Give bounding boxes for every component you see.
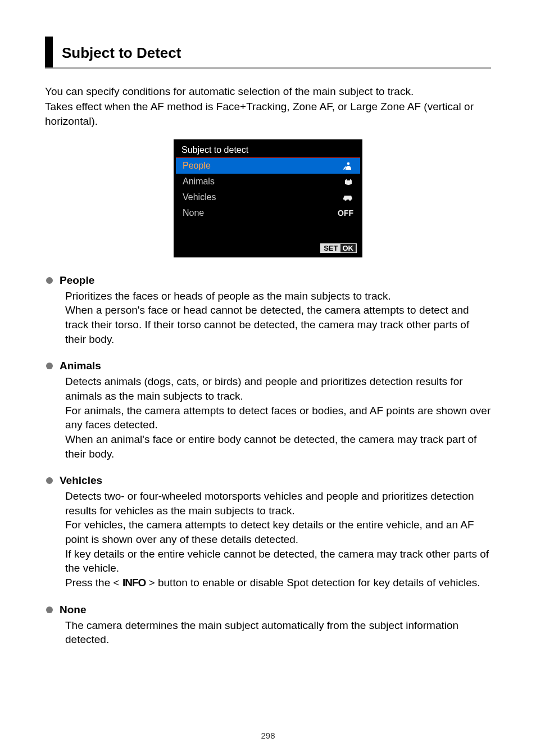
page-heading: Subject to Detect — [45, 37, 491, 69]
section-title: Animals — [60, 360, 101, 372]
menu-item-animals[interactable]: Animals — [176, 174, 360, 189]
camera-menu-list: People Animals Vehicle — [176, 158, 360, 241]
body-pre: Detects two- or four-wheeled motorsports… — [65, 490, 489, 588]
intro-text: You can specify conditions for automatic… — [45, 84, 491, 129]
menu-item-none[interactable]: None OFF — [176, 205, 360, 221]
bullet-icon — [46, 363, 53, 369]
menu-item-people[interactable]: People — [176, 158, 360, 174]
section-body: Detects two- or four-wheeled motorsports… — [65, 489, 491, 590]
sections: People Prioritizes the faces or heads of… — [45, 274, 491, 647]
section-animals: Animals Detects animals (dogs, cats, or … — [45, 360, 491, 461]
animal-icon — [343, 177, 353, 186]
camera-screenshot: Subject to detect People Animals — [174, 139, 362, 257]
set-label: SET — [324, 244, 338, 252]
section-head: People — [45, 274, 491, 287]
section-body: Prioritizes the faces or heads of people… — [65, 289, 491, 347]
page-number: 298 — [0, 731, 536, 740]
section-vehicles: Vehicles Detects two- or four-wheeled mo… — [45, 474, 491, 590]
section-title: Vehicles — [60, 474, 102, 487]
section-body: Detects animals (dogs, cats, or birds) a… — [65, 374, 491, 461]
section-body: The camera determines the main subject a… — [65, 618, 491, 647]
menu-item-label: None — [183, 208, 204, 218]
vehicle-icon — [342, 193, 353, 201]
off-label: OFF — [338, 209, 353, 218]
camera-menu-title: Subject to detect — [176, 142, 360, 158]
section-head: Animals — [45, 360, 491, 372]
svg-point-2 — [349, 198, 351, 201]
camera-screen: Subject to detect People Animals — [174, 139, 362, 257]
menu-item-label: People — [183, 161, 211, 171]
section-head: Vehicles — [45, 474, 491, 487]
body-post: > button to enable or disable Spot detec… — [146, 577, 480, 588]
svg-point-1 — [344, 198, 347, 201]
set-ok-button[interactable]: SET OK — [320, 243, 357, 253]
info-button-glyph: INFO — [122, 577, 146, 588]
section-people: People Prioritizes the faces or heads of… — [45, 274, 491, 347]
camera-menu-footer: SET OK — [176, 241, 360, 255]
heading-accent-bar — [45, 37, 53, 67]
bullet-icon — [46, 277, 53, 284]
menu-spacer — [176, 221, 360, 241]
menu-item-label: Vehicles — [183, 192, 216, 202]
bullet-icon — [46, 477, 53, 484]
section-title: None — [60, 604, 87, 616]
section-title: People — [60, 274, 94, 287]
svg-point-0 — [347, 162, 350, 165]
heading-title: Subject to Detect — [53, 37, 190, 67]
person-icon — [343, 161, 353, 170]
bullet-icon — [46, 606, 53, 613]
menu-item-label: Animals — [183, 176, 215, 187]
section-none: None The camera determines the main subj… — [45, 604, 491, 647]
menu-item-vehicles[interactable]: Vehicles — [176, 189, 360, 205]
ok-label: OK — [340, 244, 356, 252]
section-head: None — [45, 604, 491, 616]
